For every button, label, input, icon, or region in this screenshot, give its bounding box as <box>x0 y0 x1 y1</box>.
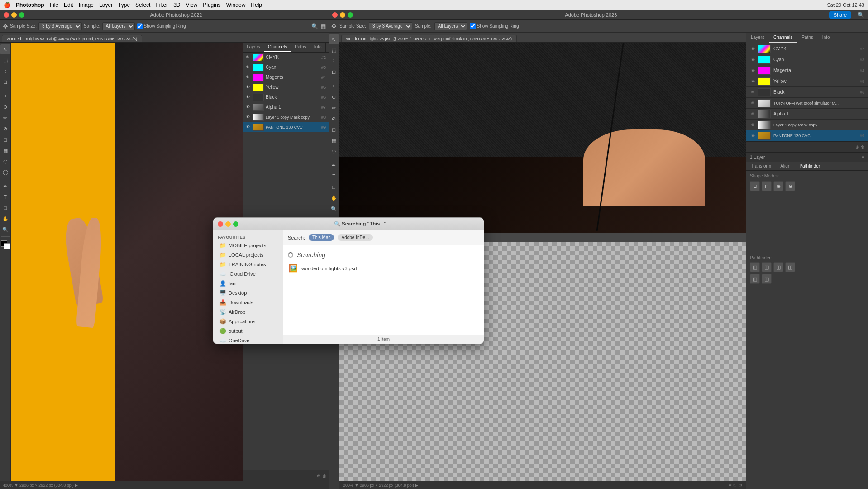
finder-local-projects[interactable]: 📁 LOCAL projects <box>215 250 281 259</box>
tool-eraser-right[interactable]: ◻ <box>329 125 339 134</box>
ch-pantone-right[interactable]: 👁 PANTONE 130 CVC #9 <box>746 130 868 141</box>
finder-applications[interactable]: 📦 Applications <box>215 317 281 326</box>
panel-icon-left[interactable]: ▦ <box>321 23 326 29</box>
ch-cyan-right[interactable]: 👁 Cyan #3 <box>746 54 868 65</box>
panel-options-icon[interactable]: ≡ <box>862 155 864 160</box>
apple-menu[interactable]: 🍎 <box>4 2 10 8</box>
sampling-ring-label-right[interactable]: Show Sampling Ring <box>470 23 519 29</box>
tool-crop[interactable]: ⊡ <box>0 77 10 87</box>
close-button-right[interactable] <box>332 12 338 18</box>
ch-cmyk-right[interactable]: 👁 CMYK #2 <box>746 43 868 54</box>
pathfinder-4[interactable]: ◫ <box>785 262 795 272</box>
finder-onedrive[interactable]: ☁️ OneDrive <box>215 336 281 344</box>
channel-magenta-left[interactable]: 👁 Magenta #4 <box>243 72 329 82</box>
tool-gradient[interactable]: ▦ <box>0 145 10 155</box>
vis-mask-right[interactable]: 👁 <box>750 122 755 128</box>
vis-cyan-right[interactable]: 👁 <box>750 57 755 62</box>
sample-select-left[interactable]: All Layers <box>102 22 135 30</box>
doc-tab-left[interactable]: wonderbum tights v3.psd @ 400% (Backgrou… <box>2 35 142 42</box>
sampling-ring-checkbox-right[interactable] <box>470 23 476 29</box>
tool-icon-right[interactable]: ✥ <box>331 23 337 30</box>
tool-pen-right[interactable]: ✒ <box>329 160 339 170</box>
color-swatches[interactable] <box>1 240 10 249</box>
shape-intersect[interactable]: ⊓ <box>762 181 772 191</box>
tool-select[interactable]: ⬚ <box>0 55 10 65</box>
tool-shape[interactable]: □ <box>0 203 10 213</box>
share-button[interactable]: Share <box>829 11 851 19</box>
status-icon-3-right[interactable]: ⊞ <box>739 483 742 488</box>
menu-help[interactable]: Help <box>251 2 262 8</box>
finder-mobile-projects[interactable]: 📁 MOBILE projects <box>215 241 281 250</box>
sampling-ring-label-left[interactable]: Show Sampling Ring <box>137 22 186 30</box>
channel-black-left[interactable]: 👁 Black #6 <box>243 92 329 102</box>
tool-lasso-right[interactable]: ⌇ <box>329 56 339 66</box>
tool-zoom[interactable]: 🔍 <box>0 225 10 235</box>
eye-black-left[interactable]: 👁 <box>246 95 251 100</box>
menu-select[interactable]: Select <box>135 2 150 8</box>
eye-pantone-left[interactable]: 👁 <box>246 125 251 130</box>
vis-cmyk-right[interactable]: 👁 <box>750 46 755 52</box>
delete-channel-icon-left[interactable]: 🗑 <box>322 473 327 478</box>
tab-pathfinder[interactable]: Pathfinder <box>795 162 825 170</box>
status-icon-2-right[interactable]: ⊡ <box>733 483 737 488</box>
search-icon-right[interactable]: 🔍 <box>858 12 864 18</box>
tool-pen[interactable]: ✒ <box>0 181 10 191</box>
shape-exclude[interactable]: ⊕ <box>773 181 783 191</box>
tool-dodge[interactable]: ◯ <box>0 167 10 177</box>
sample-size-select-right[interactable]: 3 by 3 Average <box>369 22 412 30</box>
tool-blur-right[interactable]: ◌ <box>329 146 339 156</box>
tool-hand[interactable]: ✋ <box>0 214 10 224</box>
tool-eyedropper-right[interactable]: ✦ <box>329 81 339 91</box>
tab-channels-right[interactable]: Channels <box>769 33 797 43</box>
finder-close-btn[interactable] <box>218 221 223 227</box>
finder-result-psd[interactable]: 🖼️ wonderbum tights v3.psd <box>286 262 481 274</box>
menu-filter[interactable]: Filter <box>156 2 168 8</box>
menu-3d[interactable]: 3D <box>173 2 180 8</box>
ch-black-right[interactable]: 👁 Black #6 <box>746 87 868 98</box>
search-icon-left[interactable]: 🔍 <box>311 23 318 29</box>
tab-paths-right[interactable]: Paths <box>797 33 818 43</box>
tool-icon-left[interactable]: ✥ <box>3 23 8 30</box>
minimize-button-right[interactable] <box>340 12 345 18</box>
tab-transform[interactable]: Transform <box>746 162 776 170</box>
shape-subtract[interactable]: ⊖ <box>785 181 795 191</box>
eye-alpha1-left[interactable]: 👁 <box>246 105 251 110</box>
fullscreen-button-left[interactable] <box>19 12 24 18</box>
vis-magenta-right[interactable]: 👁 <box>750 68 755 73</box>
eye-cyan-left[interactable]: 👁 <box>246 65 251 70</box>
eye-magenta-left[interactable]: 👁 <box>246 75 251 80</box>
pathfinder-2[interactable]: ◫ <box>762 262 772 272</box>
ch-yellow-right[interactable]: 👁 Yellow #5 <box>746 76 868 87</box>
channel-alpha1-left[interactable]: 👁 Alpha 1 #7 <box>243 102 329 112</box>
channel-yellow-left[interactable]: 👁 Yellow #5 <box>243 82 329 92</box>
menu-layer[interactable]: Layer <box>99 2 113 8</box>
tool-select-right[interactable]: ⬚ <box>329 45 339 55</box>
tool-clone-right[interactable]: ⊘ <box>329 114 339 124</box>
fullscreen-button-right[interactable] <box>348 12 353 18</box>
sample-size-select-left[interactable]: 3 by 3 Average <box>38 22 82 30</box>
finder-downloads[interactable]: 📥 Downloads <box>215 298 281 307</box>
tab-layers-left[interactable]: Layers <box>243 43 264 52</box>
finder-training-notes[interactable]: 📁 TRAINING notes <box>215 260 281 269</box>
finder-icloud[interactable]: ☁️ iCloud Drive <box>215 269 281 278</box>
pathfinder-1[interactable]: ◫ <box>750 262 760 272</box>
close-button-left[interactable] <box>4 12 9 18</box>
sample-select-right[interactable]: All Layers <box>434 22 467 30</box>
channel-mask-left[interactable]: 👁 Layer 1 copy Mask copy #8 <box>243 112 329 122</box>
canvas-area-left[interactable] <box>11 43 243 481</box>
channel-pantone-left[interactable]: 👁 PANTONE 130 CVC #9 <box>243 122 329 132</box>
tool-brush-right[interactable]: ✏ <box>329 103 339 113</box>
tab-info-right[interactable]: Info <box>818 33 835 43</box>
ch-wetproof-right[interactable]: 👁 TURN OFF! wet proof simulator M... <box>746 98 868 109</box>
tool-move[interactable]: ↖ <box>0 44 10 54</box>
delete-channel-icon-right[interactable]: 🗑 <box>861 144 865 149</box>
menu-file[interactable]: File <box>50 2 58 8</box>
sampling-ring-checkbox-left[interactable] <box>137 22 143 30</box>
menu-edit[interactable]: Edit <box>64 2 73 8</box>
menu-type[interactable]: Type <box>118 2 130 8</box>
channel-cmyk-left[interactable]: 👁 CMYK #2 <box>243 53 329 62</box>
menu-window[interactable]: Window <box>226 2 246 8</box>
vis-wetproof-right[interactable]: 👁 <box>750 101 755 106</box>
vis-pantone-right[interactable]: 👁 <box>750 133 755 139</box>
vis-black-right[interactable]: 👁 <box>750 90 755 95</box>
